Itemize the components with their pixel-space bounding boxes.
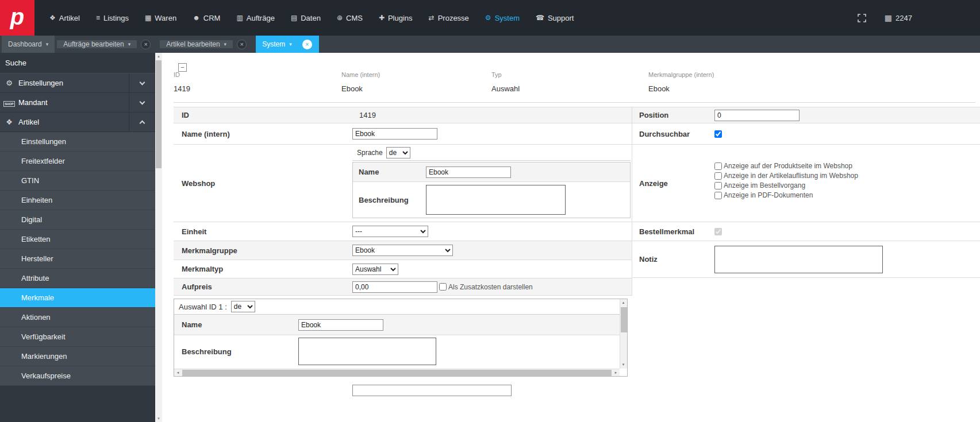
scroll-up-icon[interactable]: ▲ [155, 53, 162, 60]
nav-item-waren[interactable]: ▦Waren [145, 14, 176, 22]
scroll-left-icon[interactable]: ◄ [174, 369, 182, 377]
calendar-counter[interactable]: ▦ 2247 [885, 13, 912, 22]
sidebar-item-einheiten[interactable]: Einheiten [0, 191, 155, 210]
durchsuchbar-checkbox[interactable] [714, 130, 722, 138]
sidebar-group-artikel[interactable]: ❖ Artikel [0, 113, 155, 132]
nav-label: CMS [346, 14, 363, 22]
auswahl-name-row: Name [174, 315, 620, 335]
webshop-inner: Sprache de Name Beschreibung [352, 145, 631, 222]
scroll-down-icon[interactable]: ▼ [155, 415, 162, 422]
zusatzkosten-option: Als Zusatzkosten darstellen [439, 283, 533, 291]
scrollbar-thumb[interactable] [156, 60, 162, 168]
sidebar-item-verfuegbarkeit[interactable]: Verfügbarkeit [0, 327, 155, 347]
nav-item-cms[interactable]: ⊕CMS [337, 14, 363, 22]
sidebar-item-digital[interactable]: Digital [0, 210, 155, 230]
sidebar-item-freitextfelder[interactable]: Freitextfelder [0, 152, 155, 171]
tab-artikel-bearbeiten[interactable]: Artikel bearbeiten ▾ [160, 40, 233, 48]
anzeige-option: Anzeige auf der Produktseite im Webshop [714, 162, 858, 170]
scrollbar-thumb[interactable] [621, 307, 627, 332]
sidebar-group-label: Artikel [18, 118, 129, 126]
anzeige-produktseite-checkbox[interactable] [714, 162, 722, 170]
anzeige-option: Anzeige im Bestellvorgang [714, 181, 858, 189]
nav-item-plugins[interactable]: ✚Plugins [379, 14, 413, 22]
fullscreen-icon[interactable] [858, 14, 866, 22]
einheit-select[interactable]: --- [352, 226, 428, 237]
nav-right-tools: ▦ 2247 [858, 0, 912, 36]
system-sidebar: Suche ⚙ Einstellungen SHOP Mandant ❖ Art… [0, 53, 155, 422]
plentymarkets-logo[interactable]: p [0, 0, 34, 36]
scroll-up-icon[interactable]: ▲ [620, 299, 627, 307]
aufpreis-input[interactable] [352, 281, 437, 293]
position-input[interactable] [714, 110, 800, 121]
sidebar-item-hersteller[interactable]: Hersteller [0, 249, 155, 269]
summary-value: Auswahl [491, 84, 520, 93]
vertical-scrollbar[interactable]: ▲ ▼ [620, 299, 627, 369]
form-row-merkmalgruppe: Merkmalgruppe Ebook [174, 241, 632, 260]
anzeige-pdf-checkbox[interactable] [714, 192, 722, 199]
chevron-down-icon[interactable] [129, 93, 155, 113]
sidebar-item-merkmale[interactable]: Merkmale [0, 288, 155, 308]
sidebar-item-attribute[interactable]: Attribute [0, 269, 155, 288]
collapse-section-icon[interactable]: − [178, 63, 187, 72]
close-tab-icon[interactable]: × [237, 40, 247, 49]
sidebar-item-gtin[interactable]: GTIN [0, 171, 155, 191]
auswahl-lang-select[interactable]: de [231, 301, 255, 312]
horizontal-scrollbar[interactable]: ◄ ► [174, 369, 620, 376]
summary-label: ID [174, 71, 190, 78]
sidebar-scrollbar[interactable]: ▲ ▼ [155, 53, 162, 422]
merkmaltyp-select[interactable]: Auswahl [352, 264, 398, 275]
merkmalgruppe-select[interactable]: Ebook [352, 245, 453, 256]
nav-item-prozesse[interactable]: ⇄Prozesse [429, 14, 469, 22]
summary-value: 1419 [174, 84, 190, 93]
sidebar-item-verkaufspreise[interactable]: Verkaufspreise [0, 366, 155, 386]
anzeige-option: Anzeige in der Artikelauflistung im Webs… [714, 172, 858, 180]
next-field-input[interactable] [352, 385, 512, 396]
webshop-beschreibung-textarea[interactable] [426, 185, 566, 215]
nav-item-daten[interactable]: ▤Daten [291, 14, 321, 22]
name-intern-input[interactable] [352, 128, 437, 140]
tab-auftraege-bearbeiten[interactable]: Aufträge bearbeiten ▾ [57, 40, 137, 48]
notiz-textarea[interactable] [714, 246, 883, 273]
nav-item-listings[interactable]: ≡Listings [96, 14, 129, 22]
auswahl-beschreibung-label: Beschreibung [174, 347, 298, 356]
anzeige-artikelauflistung-checkbox[interactable] [714, 172, 722, 180]
sprache-row: Sprache de [352, 145, 631, 161]
zusatzkosten-checkbox[interactable] [439, 283, 447, 291]
webshop-name-input[interactable] [426, 167, 511, 178]
scroll-right-icon[interactable]: ► [612, 369, 620, 377]
auswahl-content: Auswahl ID 1 : de Name Beschreibung [174, 299, 620, 369]
nav-item-support[interactable]: ☎Support [536, 14, 574, 22]
chevron-down-icon[interactable] [129, 73, 155, 93]
sidebar-group-mandant[interactable]: SHOP Mandant [0, 93, 155, 113]
scrollbar-thumb[interactable] [182, 370, 612, 376]
notiz-label: Notiz [632, 255, 714, 264]
chevron-up-icon[interactable] [129, 113, 155, 132]
sprache-label: Sprache [357, 149, 383, 157]
shop-icon: SHOP [0, 98, 18, 107]
tab-system[interactable]: System ▾ [256, 40, 298, 48]
nav-item-artikel[interactable]: ❖Artikel [49, 14, 80, 22]
anzeige-bestellvorgang-checkbox[interactable] [714, 182, 722, 189]
sidebar-item-etiketten[interactable]: Etiketten [0, 230, 155, 249]
sidebar-item-aktionen[interactable]: Aktionen [0, 308, 155, 327]
nav-item-system[interactable]: ⚙System [485, 14, 520, 22]
sidebar-group-einstellungen[interactable]: ⚙ Einstellungen [0, 73, 155, 93]
close-tab-icon[interactable]: × [302, 40, 312, 49]
nav-item-crm[interactable]: ☻CRM [193, 14, 220, 22]
sidebar-search-header[interactable]: Suche [0, 53, 155, 73]
auswahl-beschreibung-textarea[interactable] [298, 338, 436, 365]
merkmal-detail-panel: − ID 1419 Name (intern) Ebook Typ Auswah… [162, 53, 980, 422]
sprache-select[interactable]: de [386, 147, 410, 158]
tab-group: Aufträge bearbeiten ▾ × [57, 36, 157, 53]
sidebar-item-markierungen[interactable]: Markierungen [0, 347, 155, 366]
close-tab-icon[interactable]: × [141, 40, 151, 49]
form-row-bestellmerkmal: Bestellmerkmal [632, 222, 980, 241]
summary-label: Name (intern) [341, 71, 380, 78]
auswahl-name-input[interactable] [298, 319, 383, 331]
name-label: Name (intern) [174, 130, 352, 138]
nav-item-auftraege[interactable]: ▥Aufträge [236, 14, 275, 22]
main-menu: ❖Artikel ≡Listings ▦Waren ☻CRM ▥Aufträge… [49, 14, 574, 22]
scroll-down-icon[interactable]: ▼ [620, 361, 627, 369]
sidebar-item-einstellungen[interactable]: Einstellungen [0, 132, 155, 152]
tab-dashboard[interactable]: Dashboard ▾ [2, 36, 55, 53]
